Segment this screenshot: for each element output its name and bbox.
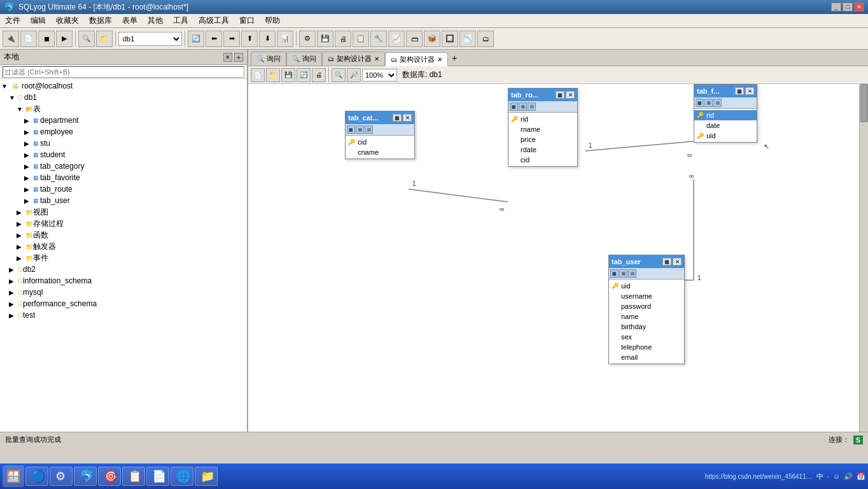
tree-item-db1[interactable]: ▼ ⬡ db1 xyxy=(0,92,247,103)
tb-btn-9[interactable]: ⬅ xyxy=(206,31,222,47)
close-button[interactable]: ✕ xyxy=(854,3,864,11)
tree-item-test[interactable]: ▶ ⬡ test xyxy=(0,309,247,321)
menu-tools[interactable]: 工具 xyxy=(168,14,193,27)
database-selector[interactable]: db1 xyxy=(118,32,182,46)
tb-btn-5[interactable]: 🔍 xyxy=(78,31,95,47)
table-header-icon-user-1[interactable]: ▦ xyxy=(662,258,671,266)
field-row-username[interactable]: 🔑 username xyxy=(609,291,684,301)
menu-edit[interactable]: 编辑 xyxy=(25,14,51,27)
canvas-area[interactable]: 1 ∞ 1 ∞ 1 ∞ tab_cat... xyxy=(248,84,868,432)
field-row-email[interactable]: 🔑 email xyxy=(609,352,684,362)
tree-item-performance-schema[interactable]: ▶ ⬡ performance_schema xyxy=(0,298,247,309)
tb-btn-13[interactable]: 📊 xyxy=(277,31,293,47)
diag-new-button[interactable]: 📄 xyxy=(251,68,265,82)
table-toolbar-btn-fav-3[interactable]: ⊟ xyxy=(713,99,722,107)
field-row-cname[interactable]: 🔑 cname xyxy=(346,147,414,157)
tab-close-3[interactable]: ✕ xyxy=(374,55,379,62)
tb-btn-19[interactable]: 📈 xyxy=(388,31,405,47)
table-toolbar-btn-2[interactable]: ⊞ xyxy=(356,125,364,134)
tree-item-tables-folder[interactable]: ▼ 📂 表 xyxy=(0,103,247,115)
minimize-button[interactable]: _ xyxy=(831,3,841,11)
tab-schema-2[interactable]: 🗂 架构设计器 ✕ xyxy=(385,52,448,66)
tb-btn-21[interactable]: 📦 xyxy=(424,31,440,47)
menu-table[interactable]: 表单 xyxy=(117,14,143,27)
tab-close-4[interactable]: ✕ xyxy=(437,56,442,63)
table-toolbar-btn-route-1[interactable]: ▦ xyxy=(510,103,518,111)
table-toolbar-btn-fav-1[interactable]: ▦ xyxy=(696,99,704,107)
tb-btn-12[interactable]: ⬇ xyxy=(259,31,276,47)
table-header-icon-2[interactable]: ✕ xyxy=(403,114,412,122)
field-row-password[interactable]: 🔑 password xyxy=(609,301,684,311)
tree-item-root[interactable]: ▼ 🖥 root@localhost xyxy=(0,80,247,92)
tree-item-functions[interactable]: ▶ 📁 函数 xyxy=(0,229,247,241)
zoom-selector[interactable]: 100% 75% 150% xyxy=(362,69,397,82)
tree-item-tab-favorite[interactable]: ▶ ▦ tab_favorite xyxy=(0,172,247,183)
field-row-rid[interactable]: 🔑 rid xyxy=(508,114,577,124)
diag-print-button[interactable]: 🖨 xyxy=(312,68,326,82)
tree-item-db2[interactable]: ▶ ⬡ db2 xyxy=(0,264,247,275)
table-toolbar-btn-route-3[interactable]: ⊟ xyxy=(528,103,536,111)
taskbar-app-8[interactable]: 📁 xyxy=(195,467,218,486)
table-toolbar-btn-user-2[interactable]: ⊞ xyxy=(619,269,627,278)
tab-query-1[interactable]: 🔍 询问 xyxy=(251,52,286,66)
taskbar-app-2[interactable]: ⚙ xyxy=(50,467,73,486)
restore-button[interactable]: □ xyxy=(843,3,853,11)
tb-btn-16[interactable]: 🖨 xyxy=(335,31,351,47)
tree-item-mysql[interactable]: ▶ ⬡ mysql xyxy=(0,287,247,298)
field-row-cid[interactable]: 🔑 cid xyxy=(346,137,414,147)
table-toolbar-btn-1[interactable]: ▦ xyxy=(347,125,355,134)
field-row-birthday[interactable]: 🔑 birthday xyxy=(609,322,684,332)
table-box-tab-favorite[interactable]: tab_f... ▦ ✕ ▦ ⊞ ⊟ 🔑 rid xyxy=(694,84,757,143)
taskbar-app-1[interactable]: 🔵 xyxy=(25,467,48,486)
table-toolbar-btn-user-3[interactable]: ⊟ xyxy=(628,269,636,278)
filter-input[interactable] xyxy=(3,66,244,78)
tree-item-department[interactable]: ▶ ▦ department xyxy=(0,115,247,126)
field-row-sex[interactable]: 🔑 sex xyxy=(609,332,684,342)
taskbar-app-4[interactable]: 🎯 xyxy=(98,467,121,486)
tb-btn-24[interactable]: 🗂 xyxy=(477,31,494,47)
tb-btn-11[interactable]: ⬆ xyxy=(241,31,258,47)
field-row-telephone[interactable]: 🔑 telephone xyxy=(609,342,684,352)
table-header-icon-user-2[interactable]: ✕ xyxy=(673,258,682,266)
tb-btn-23[interactable]: 📉 xyxy=(459,31,476,47)
table-header-icon-route-2[interactable]: ✕ xyxy=(566,91,575,99)
table-header-icon-1[interactable]: ▦ xyxy=(393,114,402,122)
new-query-button[interactable]: 📄 xyxy=(20,31,37,47)
table-box-tab-user[interactable]: tab_user ▦ ✕ ▦ ⊞ ⊟ 🔑 uid xyxy=(608,255,685,364)
table-box-tab-route[interactable]: tab_ro... ▦ ✕ ▦ ⊞ ⊟ 🔑 ri xyxy=(508,88,578,167)
field-row-rname[interactable]: 🔑 rname xyxy=(508,124,577,134)
table-header-icon-route-1[interactable]: ▦ xyxy=(556,91,564,99)
scroll-thumb[interactable] xyxy=(860,84,868,122)
field-row-name[interactable]: 🔑 name xyxy=(609,311,684,322)
tb-btn-20[interactable]: 🗃 xyxy=(406,31,423,47)
tb-btn-17[interactable]: 📋 xyxy=(353,31,369,47)
tree-item-information-schema[interactable]: ▶ ⬡ information_schema xyxy=(0,275,247,287)
menu-database[interactable]: 数据库 xyxy=(84,14,117,27)
stop-button[interactable]: ⏹ xyxy=(38,31,55,47)
tree-item-tab-category[interactable]: ▶ ▦ tab_category xyxy=(0,160,247,172)
tree-item-tab-user[interactable]: ▶ ▦ tab_user xyxy=(0,195,247,206)
tb-btn-6[interactable]: 📁 xyxy=(96,31,113,47)
taskbar-app-3[interactable]: 🐬 xyxy=(74,467,97,486)
start-button[interactable]: 🪟 xyxy=(3,465,24,487)
new-connection-button[interactable]: 🔌 xyxy=(3,31,19,47)
table-toolbar-btn-route-2[interactable]: ⊞ xyxy=(519,103,527,111)
tb-btn-10[interactable]: ➡ xyxy=(223,31,240,47)
menu-help[interactable]: 帮助 xyxy=(260,14,285,27)
field-row-rdate[interactable]: 🔑 rdate xyxy=(508,145,577,155)
table-box-tab-category[interactable]: tab_cat... ▦ ✕ ▦ ⊞ ⊟ 🔑 c xyxy=(345,111,415,159)
tree-item-procedures[interactable]: ▶ 📁 存储过程 xyxy=(0,218,247,229)
diag-zoom-out-button[interactable]: 🔎 xyxy=(347,68,361,82)
run-button[interactable]: ▶ xyxy=(56,31,73,47)
tb-btn-14[interactable]: ⚙ xyxy=(299,31,316,47)
title-bar-controls[interactable]: _ □ ✕ xyxy=(831,3,864,11)
field-row-date-fav[interactable]: 🔑 date xyxy=(694,120,757,131)
field-row-rid-fav[interactable]: 🔑 rid xyxy=(694,110,757,120)
taskbar-app-7[interactable]: 🌐 xyxy=(171,467,193,486)
table-toolbar-btn-user-1[interactable]: ▦ xyxy=(610,269,619,278)
panel-add-button[interactable]: + xyxy=(234,53,243,62)
table-toolbar-btn-3[interactable]: ⊟ xyxy=(365,125,373,134)
taskbar-app-5[interactable]: 📋 xyxy=(122,467,145,486)
tab-query-2[interactable]: 🔍 询问 xyxy=(286,52,322,66)
menu-file[interactable]: 文件 xyxy=(0,14,25,27)
